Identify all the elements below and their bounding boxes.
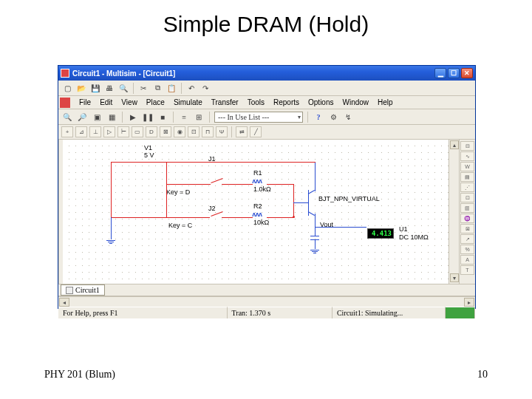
- indicator-icon[interactable]: ◉: [174, 126, 185, 137]
- status-prog: [446, 307, 475, 318]
- transistor-icon[interactable]: ⊢: [117, 126, 129, 137]
- scroll-right-icon[interactable]: ▸: [464, 298, 474, 307]
- label-v1-val: 5 V: [144, 151, 154, 159]
- horizontal-scrollbar[interactable]: ◂ ▸: [58, 296, 475, 307]
- spectrum-icon[interactable]: ♒: [460, 214, 474, 223]
- label-v1: V1: [144, 144, 152, 151]
- undo-icon[interactable]: ↶: [185, 82, 197, 94]
- label-r2: R2: [253, 202, 262, 210]
- label-r2-val: 10kΩ: [253, 219, 269, 226]
- bode-icon[interactable]: ⋰: [460, 183, 474, 192]
- menu-place[interactable]: Place: [142, 98, 169, 106]
- menu-transfer[interactable]: Transfer: [207, 98, 243, 106]
- ic-icon[interactable]: ▭: [132, 126, 143, 137]
- voltage-probe[interactable]: 4.413: [367, 228, 394, 239]
- label-keyd: Key = D: [166, 188, 190, 196]
- menu-view[interactable]: View: [117, 98, 142, 106]
- app-window: Circuit1 - Multisim - [Circuit1] ▁ ☐ ✕ ▢…: [58, 65, 476, 309]
- net-icon[interactable]: ↯: [342, 111, 354, 123]
- menu-options[interactable]: Options: [304, 98, 338, 106]
- agilent-icon[interactable]: A: [460, 255, 474, 265]
- resistor-r1: ʌʌʌ: [252, 177, 262, 185]
- counter-icon[interactable]: ⊡: [460, 193, 474, 202]
- slide-title: Simple DRAM (Hold): [0, 0, 532, 44]
- pwm-icon[interactable]: ⊓: [202, 126, 214, 137]
- place-icon[interactable]: ⊞: [193, 111, 205, 123]
- menu-reports[interactable]: Reports: [269, 98, 304, 106]
- tek-icon[interactable]: T: [460, 265, 474, 275]
- wattmeter-icon[interactable]: W: [460, 162, 474, 171]
- new-icon[interactable]: ▢: [61, 82, 73, 94]
- status-tran: Tran: 1.370 s: [228, 307, 332, 318]
- bus-icon[interactable]: ⇄: [236, 126, 248, 137]
- vertical-scrollbar[interactable]: ▴ ▾: [449, 140, 459, 284]
- app-icon: [61, 69, 69, 78]
- standard-toolbar: ▢ 📂 💾 🖶 🔍 ✂ ⧉ 📋 ↶ ↷: [58, 81, 475, 96]
- logic-icon[interactable]: ▥: [460, 203, 474, 213]
- titlebar[interactable]: Circuit1 - Multisim - [Circuit1] ▁ ☐ ✕: [58, 66, 475, 81]
- source-icon[interactable]: +: [61, 126, 73, 137]
- resistor-icon[interactable]: ⊿: [75, 126, 87, 137]
- multimeter-icon[interactable]: ⊟: [460, 141, 474, 151]
- zoom-in-icon[interactable]: 🔍: [61, 111, 73, 123]
- component-combo[interactable]: --- In Use List ---: [214, 112, 303, 123]
- doc-icon: [60, 98, 70, 108]
- menu-edit[interactable]: Edit: [95, 98, 117, 106]
- status-sim: Circuit1: Simulating...: [332, 307, 446, 318]
- minimize-button[interactable]: ▁: [434, 68, 446, 78]
- design-toolbar: 🔍 🔎 ▣ ▦ ▶ ❚❚ ■ ≡ ⊞ --- In Use List --- ?…: [58, 109, 475, 125]
- redo-icon[interactable]: ↷: [200, 82, 211, 94]
- paste-icon[interactable]: 📋: [166, 82, 177, 94]
- circuit-icon: [66, 287, 73, 294]
- preview-icon[interactable]: 🔍: [117, 82, 129, 94]
- zoom-out-icon[interactable]: 🔎: [76, 111, 88, 123]
- instrument-palette: ⊟ ∿ W ▤ ⋰ ⊡ ▥ ♒ ⊠ ↗ % A T: [459, 140, 475, 284]
- info-icon[interactable]: ⚙: [327, 111, 339, 123]
- cut-icon[interactable]: ✂: [137, 82, 149, 94]
- menu-help[interactable]: Help: [373, 98, 398, 106]
- menu-window[interactable]: Window: [338, 98, 374, 106]
- save-icon[interactable]: 💾: [89, 82, 101, 94]
- schematic-canvas[interactable]: V1 5 V J1 Key = D J2 Key: [63, 140, 459, 284]
- dist-icon[interactable]: %: [460, 245, 474, 254]
- rf-icon[interactable]: Ψ: [216, 126, 228, 137]
- label-r1: R1: [253, 169, 262, 177]
- stop-icon[interactable]: ■: [157, 111, 168, 123]
- label-keyc: Key = C: [168, 222, 192, 229]
- scope-icon[interactable]: ▤: [460, 172, 474, 182]
- run-icon[interactable]: ▶: [127, 111, 139, 123]
- scroll-left-icon[interactable]: ◂: [59, 298, 69, 307]
- cap-icon[interactable]: ⊥: [89, 126, 101, 137]
- funcgen-icon[interactable]: ∿: [460, 151, 474, 161]
- grid-icon[interactable]: ▦: [106, 111, 117, 123]
- statusbar: For Help, press F1 Tran: 1.370 s Circuit…: [58, 307, 475, 318]
- help-icon[interactable]: ?: [313, 111, 324, 123]
- label-j1: J1: [208, 155, 216, 163]
- network-icon[interactable]: ⊠: [460, 224, 474, 233]
- misc-icon[interactable]: ⊡: [188, 126, 200, 137]
- label-u1: U1: [399, 225, 408, 233]
- mixed-icon[interactable]: ⊠: [160, 126, 171, 137]
- diode-icon[interactable]: ▷: [103, 126, 115, 137]
- scroll-down-icon[interactable]: ▾: [450, 273, 459, 282]
- zoom-fit-icon[interactable]: ▣: [91, 111, 103, 123]
- menu-tools[interactable]: Tools: [243, 98, 269, 106]
- resistor-r2: ʌʌʌ: [252, 211, 262, 218]
- db-icon[interactable]: ≡: [178, 111, 190, 123]
- footer-course: PHY 201 (Blum): [44, 369, 115, 381]
- open-icon[interactable]: 📂: [75, 82, 87, 94]
- print-icon[interactable]: 🖶: [103, 82, 115, 94]
- scroll-up-icon[interactable]: ▴: [450, 140, 459, 149]
- menu-simulate[interactable]: Simulate: [169, 98, 207, 106]
- menu-file[interactable]: File: [75, 98, 95, 106]
- close-button[interactable]: ✕: [461, 68, 473, 78]
- maximize-button[interactable]: ☐: [448, 68, 460, 78]
- doc-tab[interactable]: Circuit1: [61, 284, 105, 296]
- iv-icon[interactable]: ↗: [460, 234, 474, 244]
- pause-icon[interactable]: ❚❚: [142, 111, 154, 123]
- label-r1-val: 1.0kΩ: [253, 185, 271, 193]
- copy-icon[interactable]: ⧉: [151, 82, 163, 94]
- gate-icon[interactable]: D: [146, 126, 157, 137]
- label-u1-val: DC 10MΩ: [399, 233, 429, 241]
- wire-icon[interactable]: ╱: [250, 126, 262, 137]
